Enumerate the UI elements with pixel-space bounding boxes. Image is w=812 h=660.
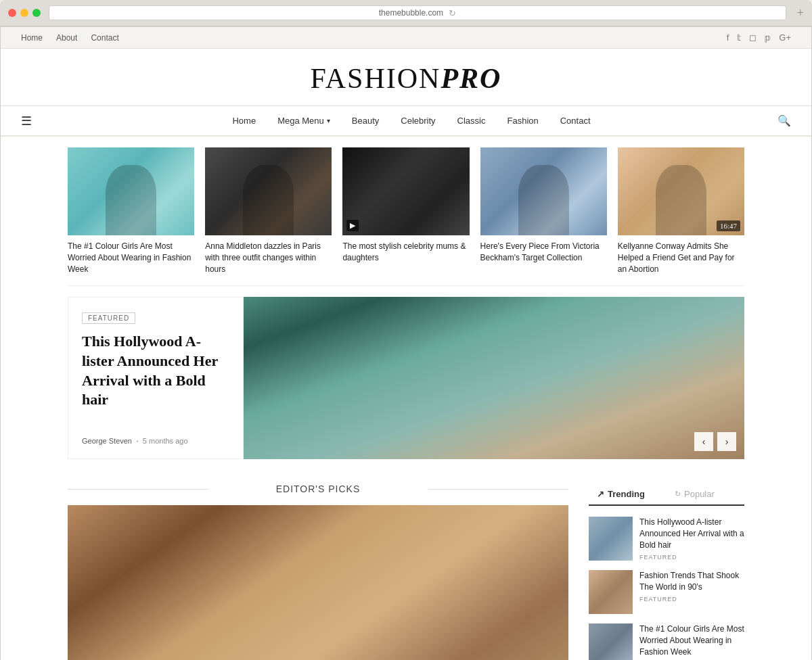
article-image-5[interactable]: 16:47: [618, 147, 744, 235]
popular-icon: ↻: [675, 490, 681, 498]
reload-icon[interactable]: ↻: [449, 8, 456, 18]
nav-contact-link[interactable]: Contact: [91, 33, 118, 43]
page-wrapper: Home About Contact f 𝕥 ◻ 𝕡 G+ FASHIONPRO…: [0, 26, 812, 660]
article-image-1[interactable]: [68, 147, 194, 235]
video-duration: 16:47: [717, 220, 740, 231]
pinterest-icon[interactable]: 𝕡: [765, 32, 771, 43]
site-header: FASHIONPRO: [1, 49, 811, 106]
browser-chrome: themebubble.com ↻ +: [0, 0, 812, 26]
top-nav-links: Home About Contact: [21, 33, 119, 43]
featured-section: FEATURED This Hollywood A-lister Announc…: [68, 297, 744, 459]
sidebar-item-category-1: FEATURED: [639, 554, 744, 561]
nav-link-fashion[interactable]: Fashion: [496, 106, 549, 135]
article-card: Anna Middleton dazzles in Paris with thr…: [200, 147, 337, 275]
next-slide-button[interactable]: ›: [717, 432, 736, 451]
article-image-2[interactable]: [205, 147, 332, 235]
title-pro: PRO: [441, 63, 501, 94]
new-tab-button[interactable]: +: [797, 6, 804, 20]
trending-icon: ↗: [597, 489, 604, 499]
sidebar-item-info-2: Fashion Trends That Shook The World in 9…: [639, 570, 744, 614]
editors-main-image[interactable]: ▶ 16:47: [68, 505, 568, 660]
nav-links: Home Mega Menu ▾ Beauty Celebrity Classi…: [45, 106, 777, 135]
time-ago: 5 months ago: [143, 437, 188, 445]
article-title-2: Anna Middleton dazzles in Paris with thr…: [205, 241, 332, 275]
twitter-icon[interactable]: 𝕥: [737, 32, 741, 43]
article-card: 16:47 Kellyanne Conway Admits She Helped…: [612, 147, 744, 275]
googleplus-icon[interactable]: G+: [779, 32, 791, 43]
article-card: Here's Every Piece From Victoria Beckham…: [475, 147, 612, 275]
featured-meta: George Steven • 5 months ago: [82, 437, 229, 445]
url-text: themebubble.com: [379, 8, 443, 18]
facebook-icon[interactable]: f: [727, 32, 729, 43]
sidebar-item-title-2: Fashion Trends That Shook The World in 9…: [639, 570, 744, 593]
sidebar-item: This Hollywood A-lister Announced Her Ar…: [589, 517, 744, 561]
bottom-section: Editor's Picks ▶ 16:47 ↗ Trending ↻ Pop: [68, 470, 744, 660]
trending-label: Trending: [608, 489, 645, 499]
main-nav: ☰ Home Mega Menu ▾ Beauty Celebrity Clas…: [1, 106, 811, 137]
nav-link-contact[interactable]: Contact: [549, 106, 602, 135]
minimize-button[interactable]: [20, 9, 28, 17]
close-button[interactable]: [8, 9, 16, 17]
prev-slide-button[interactable]: ‹: [694, 432, 713, 451]
video-icon: ▶: [346, 220, 359, 231]
article-card: ▶ The most stylish celebrity mums & daug…: [337, 147, 474, 275]
nav-link-megamenu[interactable]: Mega Menu ▾: [267, 106, 341, 135]
article-title-4: Here's Every Piece From Victoria Beckham…: [480, 241, 607, 264]
search-icon[interactable]: 🔍: [777, 114, 791, 127]
content-area: The #1 Colour Girls Are Most Worried Abo…: [58, 137, 754, 660]
article-title-5: Kellyanne Conway Admits She Helped a Fri…: [618, 241, 744, 275]
title-fashion: FASHION: [311, 63, 441, 94]
sidebar-item-category-2: FEATURED: [639, 596, 744, 603]
nav-link-home[interactable]: Home: [221, 106, 267, 135]
featured-nav: ‹ ›: [694, 432, 736, 451]
instagram-icon[interactable]: ◻: [749, 32, 757, 43]
sidebar-item-title-1: This Hollywood A-lister Announced Her Ar…: [639, 517, 744, 550]
sidebar: ↗ Trending ↻ Popular This Hollywood A-li…: [589, 484, 744, 660]
sidebar-item-info-3: The #1 Colour Girls Are Most Worried Abo…: [639, 623, 744, 660]
sidebar-item-image-2[interactable]: [589, 570, 633, 614]
sidebar-item-image-1[interactable]: [589, 517, 633, 561]
popular-tab[interactable]: ↻ Popular: [667, 484, 744, 506]
article-image-4[interactable]: [480, 147, 607, 235]
featured-text: FEATURED This Hollywood A-lister Announc…: [68, 297, 244, 459]
nav-link-beauty[interactable]: Beauty: [341, 106, 390, 135]
sidebar-tabs: ↗ Trending ↻ Popular: [589, 484, 744, 506]
sidebar-item-title-3: The #1 Colour Girls Are Most Worried Abo…: [639, 623, 744, 657]
featured-badge: FEATURED: [82, 312, 135, 324]
nav-home-link[interactable]: Home: [21, 33, 43, 43]
editors-picks-heading: Editor's Picks: [68, 484, 568, 494]
trending-tab[interactable]: ↗ Trending: [589, 484, 667, 506]
sidebar-item-image-3[interactable]: [589, 623, 633, 660]
featured-title: This Hollywood A-lister Announced Her Ar…: [82, 332, 229, 409]
maximize-button[interactable]: [32, 9, 41, 17]
editors-picks: Editor's Picks ▶ 16:47: [68, 484, 568, 660]
browser-titlebar: themebubble.com ↻ +: [0, 0, 812, 26]
nav-link-classic[interactable]: Classic: [447, 106, 497, 135]
nav-link-celebrity[interactable]: Celebrity: [390, 106, 446, 135]
top-nav: Home About Contact f 𝕥 ◻ 𝕡 G+: [1, 27, 811, 49]
separator: •: [136, 437, 139, 445]
chevron-down-icon: ▾: [327, 117, 330, 124]
sidebar-item: The #1 Colour Girls Are Most Worried Abo…: [589, 623, 744, 660]
site-title: FASHIONPRO: [21, 62, 791, 95]
nav-about-link[interactable]: About: [56, 33, 77, 43]
browser-dots: [8, 9, 41, 17]
hamburger-menu[interactable]: ☰: [21, 114, 32, 128]
author-name: George Steven: [82, 437, 132, 445]
article-card: The #1 Colour Girls Are Most Worried Abo…: [68, 147, 200, 275]
sidebar-item-info-1: This Hollywood A-lister Announced Her Ar…: [639, 517, 744, 561]
article-title-3: The most stylish celebrity mums & daught…: [342, 241, 469, 264]
article-title-1: The #1 Colour Girls Are Most Worried Abo…: [68, 241, 194, 275]
article-grid: The #1 Colour Girls Are Most Worried Abo…: [68, 137, 744, 286]
featured-image[interactable]: ‹ ›: [244, 297, 744, 459]
article-image-3[interactable]: ▶: [342, 147, 469, 235]
social-links: f 𝕥 ◻ 𝕡 G+: [727, 32, 791, 43]
popular-label: Popular: [684, 489, 715, 499]
address-bar[interactable]: themebubble.com ↻: [49, 5, 786, 20]
sidebar-item: Fashion Trends That Shook The World in 9…: [589, 570, 744, 614]
